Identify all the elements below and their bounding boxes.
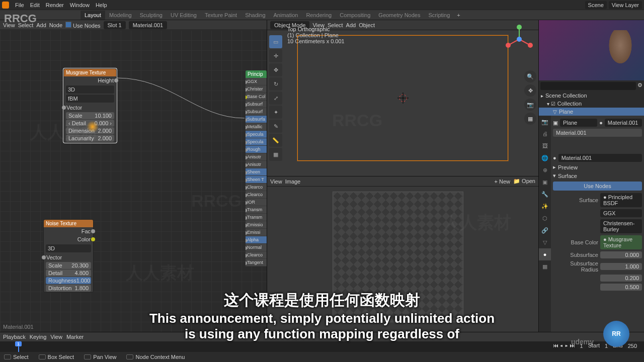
noise-dim-dropdown[interactable]: 3D [46,244,91,252]
principled-input[interactable]: Specula [246,138,267,146]
tab-sculpting[interactable]: Sculpting [136,11,167,20]
principled-input[interactable]: Specula [246,131,267,138]
nav-gizmo-icon[interactable] [504,24,534,54]
menu-help[interactable]: Help [93,2,110,8]
principled-input[interactable]: Clearco [246,191,267,199]
tool-move[interactable]: ✥ [269,63,282,76]
tab-scripting[interactable]: Scripting [424,11,454,20]
ggx-dropdown[interactable]: GGX [600,209,642,217]
principled-input[interactable]: Metallic [246,123,267,131]
tl-keying[interactable]: Keying [30,334,47,340]
tool-measure[interactable]: 📏 [269,134,282,147]
tool-scale[interactable]: ⤢ [269,92,282,105]
prop-object[interactable]: Plane [560,119,597,127]
node-editor[interactable]: View Select Add Node Use Nodes Slot 1 Ma… [0,20,267,332]
outliner-plane[interactable]: ▽ Plane [539,108,644,116]
use-nodes-button[interactable]: Use Nodes [553,182,642,191]
menu-edit[interactable]: Edit [27,2,43,8]
pan-icon[interactable]: ✥ [524,84,536,97]
principled-input[interactable]: GGX [246,78,267,85]
ptab-data[interactable]: ▽ [539,236,551,248]
playhead[interactable] [18,341,19,352]
image-editor[interactable]: View Image + New 📁 Open [267,176,538,332]
ptab-output[interactable]: 🖨 [539,128,551,140]
ptab-particles[interactable]: ✨ [539,200,551,212]
sss-method[interactable]: Christensen-Burley [600,219,642,233]
principled-input[interactable]: Christer [246,85,267,93]
sssradius-3[interactable]: 0.500 [600,284,642,291]
vector-input-socket[interactable] [62,106,66,110]
principled-input[interactable]: IOR [246,199,267,206]
ptab-scene[interactable]: 🌐 [539,152,551,164]
ptab-viewlayer[interactable]: 🖼 [539,140,551,152]
material-slot[interactable]: Material.001 [553,129,642,137]
node-noise[interactable]: Noise Texture Fac Color 3D Vector Scale2… [43,219,94,293]
sssradius-2[interactable]: 0.200 [600,275,642,282]
principled-input[interactable]: Sheen [246,168,267,176]
tl-marker[interactable]: Marker [66,334,84,340]
slot-dropdown[interactable]: Slot 1 [104,21,126,29]
tab-compositing[interactable]: Compositing [336,11,374,20]
tool-select-box[interactable]: ▭ [269,35,282,48]
camera-icon[interactable]: 📷 [524,99,536,111]
ptab-material[interactable]: ● [539,248,551,260]
musgrave-dim-dropdown[interactable]: 3D [66,85,114,94]
ptab-world[interactable]: ⊕ [539,164,551,176]
preview-panel[interactable]: ▸ Preview [553,163,642,171]
principled-input[interactable]: Subsurf [246,108,267,116]
principled-input[interactable]: Subsurf [246,101,267,108]
tab-modeling[interactable]: Modeling [105,11,136,20]
principled-input[interactable]: Clearco [246,184,267,191]
ptab-modifier[interactable]: 🔧 [539,188,551,200]
subsurface-value[interactable]: 0.000 [600,251,642,258]
principled-input[interactable]: Tangent [246,259,267,266]
principled-input[interactable]: Transm [246,214,267,221]
image-canvas[interactable] [333,192,463,322]
principled-input[interactable]: Sheen T [246,176,267,184]
height-output-socket[interactable] [114,78,118,82]
principled-input[interactable]: Normal [246,244,267,251]
ptab-object[interactable]: ▣ [539,176,551,188]
vp-add[interactable]: Add [346,22,356,28]
tab-shading[interactable]: Shading [241,11,269,20]
tool-addcube[interactable]: ▦ [269,148,282,161]
sssradius-1[interactable]: 1.000 [600,263,642,270]
tool-cursor[interactable]: ✛ [269,49,282,62]
basecolor-link[interactable]: ● Musgrave Texture [600,235,642,249]
filter-icon[interactable]: ⚙ [637,82,642,90]
tab-uv[interactable]: UV Editing [167,11,201,20]
material-dropdown[interactable]: Material.001 [129,21,168,29]
principled-input[interactable]: Transm [246,206,267,214]
fac-output-socket[interactable] [91,229,95,233]
node-principled[interactable]: Princip GGXChristerBase ColSubsurfSubsur… [246,70,267,266]
ptab-texture[interactable]: ▦ [539,260,551,273]
tool-transform[interactable]: ✦ [269,106,282,119]
principled-input[interactable]: Rough [246,146,267,153]
menu-window[interactable]: Window [67,2,93,8]
outliner-scene-collection[interactable]: ▸ Scene Collection [539,92,644,100]
menu-render[interactable]: Render [43,2,67,8]
tab-animation[interactable]: Animation [270,11,302,20]
3d-viewport[interactable]: Object Mode View Select Add Object ▭ ✛ ✥… [267,20,538,176]
add-workspace-button[interactable]: + [454,11,463,20]
principled-input[interactable]: Alpha [246,236,267,244]
principled-input[interactable]: Anisotr [246,153,267,161]
noise-distortion[interactable]: Distortion1.800 [46,285,91,292]
noise-vector-socket[interactable] [42,255,46,259]
node-hdr-add[interactable]: Add [36,22,46,28]
img-image[interactable]: Image [285,178,301,185]
persp-icon[interactable]: ▦ [524,113,536,125]
principled-input[interactable]: Base Col [246,93,267,101]
use-nodes-checkbox[interactable] [65,22,71,28]
surface-shader[interactable]: ● Principled BSDF [600,193,642,207]
musgrave-type-dropdown[interactable]: fBM [66,95,114,103]
tab-rendering[interactable]: Rendering [302,11,336,20]
principled-input[interactable]: Emissio [246,221,267,229]
img-view[interactable]: View [270,178,282,185]
vp-object[interactable]: Object [359,22,375,28]
scene-field[interactable]: Scene [585,1,607,9]
tab-layout[interactable]: Layout [80,11,105,20]
noise-scale[interactable]: Scale20.300 [46,262,91,269]
musgrave-lacunarity[interactable]: Lacunarity2.000 [66,135,114,142]
prop-material[interactable]: Material.001 [605,119,642,127]
